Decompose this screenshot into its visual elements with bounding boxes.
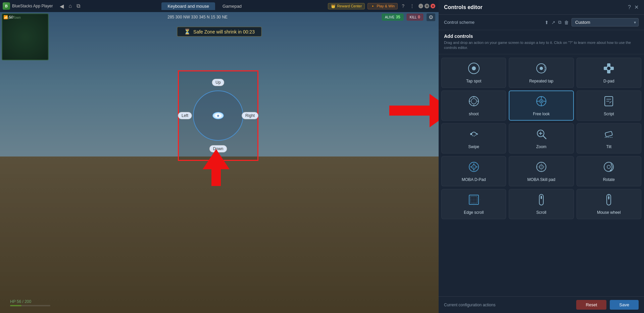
edge_scroll-icon bbox=[467, 193, 481, 208]
svg-point-6 bbox=[607, 67, 610, 70]
panel-close-button[interactable]: ✕ bbox=[634, 4, 639, 10]
controls-grid: Tap spot Repeated tap D-pad shoot Free l… bbox=[439, 54, 644, 296]
control-item-script[interactable]: Script bbox=[577, 90, 641, 121]
dpad-up-button[interactable]: Up bbox=[212, 79, 224, 86]
hud-bar: 📶 50 285 300 NW 330 345 N 15 30 NE ALIVE… bbox=[0, 12, 439, 22]
control-item-mouse_wheel[interactable]: Mouse wheel bbox=[577, 189, 641, 219]
add-controls-section: Add controls Drag and drop an action on … bbox=[439, 30, 644, 54]
control-item-edge_scroll[interactable]: Edge scroll bbox=[441, 189, 506, 219]
tap_spot-label: Tap spot bbox=[466, 79, 481, 83]
close-button[interactable]: ✕ bbox=[431, 4, 435, 8]
nav-back-button[interactable]: ◀ bbox=[58, 2, 65, 10]
svg-rect-29 bbox=[605, 131, 612, 137]
bluestacks-icon: B bbox=[3, 2, 10, 10]
svg-line-26 bbox=[543, 136, 546, 139]
svg-marker-24 bbox=[477, 133, 478, 135]
panel-help-button[interactable]: ? bbox=[628, 4, 631, 10]
svg-point-8 bbox=[471, 99, 477, 104]
control-item-swipe[interactable]: Swipe bbox=[441, 123, 506, 153]
shoot-label: shoot bbox=[469, 112, 479, 116]
save-button[interactable]: Save bbox=[610, 300, 639, 310]
dpad-left-button[interactable]: Left bbox=[178, 112, 192, 119]
tab-keyboard-mouse[interactable]: Keyboard and mouse bbox=[161, 2, 215, 10]
export-button[interactable]: ↗ bbox=[551, 20, 555, 25]
hud-settings-button[interactable]: ⚙ bbox=[427, 13, 435, 21]
delete-scheme-button[interactable]: 🗑 bbox=[564, 20, 569, 25]
add-controls-title: Add controls bbox=[444, 34, 639, 39]
control-item-free_look[interactable]: Free look bbox=[509, 90, 574, 121]
safe-zone-text: Safe Zone will shrink in 00:23 bbox=[193, 29, 255, 35]
svg-point-23 bbox=[470, 133, 472, 135]
control-item-tilt[interactable]: Tilt bbox=[577, 123, 641, 153]
arrow-up-head bbox=[203, 149, 230, 169]
alive-count: 35 bbox=[396, 15, 400, 19]
tab-bar: Keyboard and mouse Gamepad bbox=[85, 2, 325, 10]
repeated_tap-label: Repeated tap bbox=[529, 79, 553, 83]
timer-icon: ⏳ bbox=[184, 28, 191, 35]
help-button[interactable]: ? bbox=[400, 3, 406, 9]
panel-title: Controls editor bbox=[444, 4, 483, 10]
script-icon bbox=[602, 95, 615, 110]
control-item-moba_dpad[interactable]: 5 MOBA D-Pad bbox=[441, 156, 506, 186]
nav-home-button[interactable]: ⌂ bbox=[67, 2, 73, 10]
app-logo: B BlueStacks App Player bbox=[0, 2, 55, 10]
scroll-label: Scroll bbox=[536, 210, 546, 215]
svg-rect-44 bbox=[608, 196, 609, 199]
play-icon: 🔸 bbox=[370, 4, 375, 8]
svg-text:5: 5 bbox=[473, 166, 475, 169]
mouse_wheel-icon bbox=[602, 193, 615, 208]
kill-label: KILL bbox=[410, 15, 417, 19]
zoom-icon bbox=[535, 127, 548, 142]
tab-gamepad[interactable]: Gamepad bbox=[216, 2, 248, 10]
kill-counter: KILL 0 bbox=[407, 14, 423, 20]
nav-tabs-button[interactable]: ⧉ bbox=[75, 2, 82, 10]
restore-button[interactable]: ⧉ bbox=[425, 4, 429, 8]
compass: 285 300 NW 330 345 N 15 30 NE bbox=[166, 15, 229, 19]
svg-rect-41 bbox=[541, 196, 542, 199]
edge_scroll-label: Edge scroll bbox=[464, 210, 484, 215]
moba_skill-icon bbox=[535, 160, 548, 175]
menu-button[interactable]: ⋮ bbox=[408, 3, 416, 9]
arrow-right-stem bbox=[389, 106, 430, 116]
control-item-shoot[interactable]: shoot bbox=[441, 90, 506, 121]
rotate-label: Rotate bbox=[603, 177, 615, 182]
control-item-moba_skill[interactable]: MOBA Skill pad bbox=[509, 156, 574, 186]
control-item-d_pad[interactable]: D-pad bbox=[577, 58, 641, 88]
scheme-select[interactable]: Custom bbox=[572, 18, 639, 26]
control-item-zoom[interactable]: Zoom bbox=[509, 123, 574, 153]
svg-point-1 bbox=[472, 66, 476, 70]
scheme-label: Control scheme bbox=[444, 20, 475, 25]
rotate-icon bbox=[602, 160, 615, 175]
moba_skill-label: MOBA Skill pad bbox=[527, 177, 555, 182]
reward-icon: 👑 bbox=[331, 4, 336, 8]
control-item-scroll[interactable]: Scroll bbox=[509, 189, 574, 219]
minimize-button[interactable]: − bbox=[418, 4, 423, 8]
play-win-badge[interactable]: 🔸 Play & Win bbox=[367, 3, 398, 9]
d_pad-label: D-pad bbox=[603, 79, 614, 83]
panel-footer: Current configuration actions Reset Save bbox=[439, 296, 644, 313]
moba_dpad-icon: 5 bbox=[467, 160, 481, 175]
game-area: Cape Town B BlueStacks App Player ◀ ⌂ ⧉ … bbox=[0, 0, 439, 313]
reward-center-badge[interactable]: 👑 Reward Center bbox=[328, 3, 365, 9]
tap_spot-icon bbox=[467, 62, 481, 77]
d_pad-icon bbox=[602, 62, 615, 77]
compass-label: 285 300 NW 330 345 N 15 30 NE bbox=[166, 15, 229, 19]
nav-buttons: ◀ ⌂ ⧉ bbox=[55, 2, 85, 10]
dpad-inner: ◉ Up Down Left Right bbox=[188, 85, 248, 146]
dpad-overlay[interactable]: ◉ Up Down Left Right bbox=[178, 70, 258, 161]
control-item-tap_spot[interactable]: Tap spot bbox=[441, 58, 506, 88]
copy-scheme-button[interactable]: ⧉ bbox=[558, 19, 561, 25]
arrow-right-indicator bbox=[389, 94, 439, 127]
scheme-select-wrap: Custom ▾ bbox=[572, 18, 639, 26]
dpad-right-button[interactable]: Right bbox=[242, 112, 258, 119]
reset-button[interactable]: Reset bbox=[576, 300, 606, 310]
moba_dpad-label: MOBA D-Pad bbox=[462, 177, 486, 182]
mouse_wheel-label: Mouse wheel bbox=[597, 210, 621, 215]
svg-point-36 bbox=[607, 165, 610, 169]
alive-counter: ALIVE 35 bbox=[382, 14, 403, 20]
play-win-label: Play & Win bbox=[377, 4, 395, 8]
control-item-repeated_tap[interactable]: Repeated tap bbox=[509, 58, 574, 88]
controls-editor-panel: Controls editor ? ✕ Control scheme ⬆ ↗ ⧉… bbox=[439, 0, 644, 313]
import-button[interactable]: ⬆ bbox=[545, 20, 549, 25]
control-item-rotate[interactable]: Rotate bbox=[577, 156, 641, 186]
